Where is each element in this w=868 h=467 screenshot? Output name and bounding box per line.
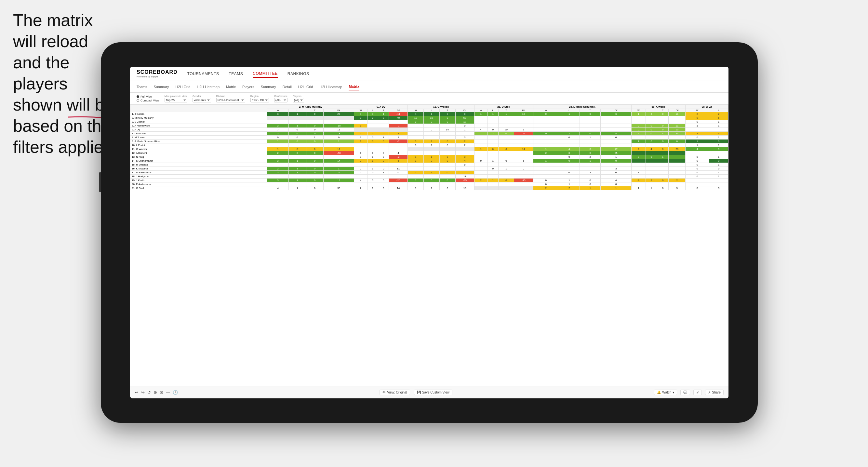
sub-nav-players[interactable]: Players bbox=[242, 84, 254, 90]
comment-button[interactable]: 💬 bbox=[680, 390, 690, 395]
clock-icon[interactable]: 🕐 bbox=[173, 390, 178, 395]
eye-icon: 👁 bbox=[382, 391, 386, 394]
nav-item-teams[interactable]: TEAMS bbox=[229, 70, 243, 77]
sub-nav-matrix2[interactable]: Matrix bbox=[349, 83, 359, 90]
view-options: Full View Compact View bbox=[136, 95, 159, 102]
table-row: 9. A Maria Jimenez Rios 1001 100-7 0102 … bbox=[130, 139, 728, 144]
sub-nav-detail[interactable]: Detail bbox=[283, 84, 292, 90]
player-name: 19. J Karth bbox=[130, 179, 267, 182]
col-header-4: 21. O Stoll bbox=[474, 105, 533, 109]
player-name: 13. N Klug bbox=[130, 155, 267, 159]
sub-h-t2: T bbox=[378, 109, 389, 112]
watch-button[interactable]: 🔔 Watch ▾ bbox=[654, 390, 677, 395]
filters-bar: Full View Compact View Max players in vi… bbox=[130, 93, 728, 105]
toolbar-center: 👁 View: Original 💾 Save Custom View bbox=[379, 390, 453, 395]
player-name: 17. D Ballesteros bbox=[130, 171, 267, 175]
gender-label: Gender bbox=[192, 95, 211, 98]
sub-nav-matrix[interactable]: Matrix bbox=[226, 84, 236, 90]
max-players-select[interactable]: Top 25 Top 10 Top 50 bbox=[164, 98, 187, 102]
crop-icon[interactable]: ⊡ bbox=[160, 390, 163, 395]
table-row: 18. J Hodgson 11 01 bbox=[130, 175, 728, 179]
sub-nav-h2h-heatmap2[interactable]: H2H Heatmap bbox=[320, 84, 342, 90]
player-name: 5. A Nomrowski bbox=[130, 124, 267, 128]
sub-h-l1: L bbox=[288, 109, 306, 112]
sub-h-w7: W bbox=[686, 109, 709, 112]
redo-icon[interactable]: ↪ bbox=[141, 390, 145, 395]
filter-max-players: Max players in view Top 25 Top 10 Top 50 bbox=[164, 95, 187, 102]
conference-select[interactable]: (All) bbox=[274, 98, 287, 102]
player-name: 10. L Perini bbox=[130, 144, 267, 147]
region-label: Region bbox=[250, 95, 269, 98]
player-name: 6. A Dy bbox=[130, 128, 267, 132]
sub-nav-h2h-grid[interactable]: H2H Grid bbox=[175, 84, 190, 90]
sub-nav-summary2[interactable]: Summary bbox=[261, 84, 276, 90]
share-icon: ↗ bbox=[708, 391, 711, 394]
region-select[interactable]: East - DII (All) bbox=[250, 98, 269, 102]
compact-view-option[interactable]: Compact View bbox=[136, 99, 159, 102]
col-header-2: 6. A Dy bbox=[354, 105, 408, 109]
save-custom-button[interactable]: 💾 Save Custom View bbox=[414, 390, 453, 395]
undo-icon[interactable]: ↩ bbox=[135, 390, 138, 395]
filter-gender: Gender Women's Men's bbox=[192, 95, 211, 102]
nav-item-rankings[interactable]: RANKINGS bbox=[287, 70, 309, 77]
share-label: Share bbox=[712, 391, 721, 394]
zoom-icon[interactable]: ⊕ bbox=[154, 390, 157, 395]
sub-h-w6: W bbox=[631, 109, 646, 112]
sub-h-t1: T bbox=[306, 109, 323, 112]
bottom-toolbar: ↩ ↪ ↺ ⊕ ⊡ — 🕐 👁 View: Original 💾 Save Cu… bbox=[130, 386, 728, 398]
sub-nav-teams[interactable]: Teams bbox=[136, 84, 147, 90]
players-select[interactable]: (All) bbox=[293, 98, 304, 102]
view-original-button[interactable]: 👁 View: Original bbox=[379, 390, 410, 395]
matrix-content[interactable]: 2. M Kelly Mulcahy 6. A Dy 11. G Woods 2… bbox=[130, 105, 728, 386]
col-header-3: 11. G Woods bbox=[408, 105, 474, 109]
full-view-radio[interactable] bbox=[136, 95, 139, 98]
minus-icon[interactable]: — bbox=[166, 390, 170, 395]
player-name: 15. H Stranda bbox=[130, 163, 267, 167]
toolbar-right: 🔔 Watch ▾ 💬 ⤢ ↗ Share bbox=[654, 390, 723, 395]
filter-players: Players (All) bbox=[293, 95, 304, 102]
expand-button[interactable]: ⤢ bbox=[693, 390, 702, 395]
sub-h-l7: L bbox=[709, 109, 728, 112]
sub-nav-h2h-heatmap[interactable]: H2H Heatmap bbox=[197, 84, 219, 90]
player-name: 18. J Hodgson bbox=[130, 175, 267, 179]
player-name: 20. E Andersson bbox=[130, 182, 267, 186]
compact-view-radio[interactable] bbox=[136, 99, 139, 102]
logo-area: SCOREBOARD Powered by clippd bbox=[136, 69, 178, 78]
sub-h-w1: W bbox=[267, 109, 289, 112]
players-label: Players bbox=[293, 95, 304, 98]
sub-h-dif4: Dif bbox=[514, 109, 533, 112]
sub-h-dif1: Dif bbox=[323, 109, 354, 112]
table-row: 5. A Nomrowski 310-15 1-1 0 00011 11 bbox=[130, 124, 728, 128]
logo-title: SCOREBOARD bbox=[136, 69, 178, 75]
table-row: 3. S Jelinek 02017 01 bbox=[130, 120, 728, 124]
table-row: 11. G Woods 10011 10014 14017 24020 40 bbox=[130, 147, 728, 151]
gender-select[interactable]: Women's Men's bbox=[192, 98, 211, 102]
sub-nav-h2h-grid2[interactable]: H2H Grid bbox=[298, 84, 313, 90]
filter-conference: Conference (All) bbox=[274, 95, 287, 102]
player-name: 9. A Maria Jimenez Rios bbox=[130, 139, 267, 144]
toolbar-left: ↩ ↪ ↺ ⊕ ⊡ — 🕐 bbox=[135, 390, 178, 395]
table-row: 16. K Mcgaha 2101 01011 010 3 00 bbox=[130, 167, 728, 171]
table-row: 2. M Kelly Mulcahy 07040 1010050 06 bbox=[130, 116, 728, 120]
expand-icon: ⤢ bbox=[696, 391, 699, 394]
table-row: 10. L Perini 0102 11 bbox=[130, 144, 728, 147]
player-name: 1. J Garcia bbox=[130, 112, 267, 116]
watch-chevron-icon: ▾ bbox=[673, 391, 674, 394]
refresh-icon[interactable]: ↺ bbox=[147, 390, 151, 395]
player-name: 3. S Jelinek bbox=[130, 120, 267, 124]
sub-h-dif6: Dif bbox=[669, 109, 686, 112]
compact-view-label: Compact View bbox=[141, 99, 159, 102]
bell-icon: 🔔 bbox=[657, 391, 661, 394]
col-header-7: 60. W Za bbox=[686, 105, 728, 109]
sub-nav-summary[interactable]: Summary bbox=[154, 84, 169, 90]
nav-item-committee[interactable]: COMMITTEE bbox=[253, 70, 278, 78]
watch-label: Watch bbox=[662, 391, 671, 394]
comment-icon: 💬 bbox=[683, 391, 687, 394]
share-button[interactable]: ↗ Share bbox=[705, 390, 723, 395]
division-select[interactable]: NCAA Division II NCAA Division I NCAA Di… bbox=[216, 98, 245, 102]
nav-item-tournaments[interactable]: TOURNAMENTS bbox=[187, 70, 219, 77]
filter-division: Division NCAA Division II NCAA Division … bbox=[216, 95, 245, 102]
sub-h-t5: T bbox=[580, 109, 600, 112]
col-header-1: 2. M Kelly Mulcahy bbox=[267, 105, 354, 109]
full-view-option[interactable]: Full View bbox=[136, 95, 159, 98]
